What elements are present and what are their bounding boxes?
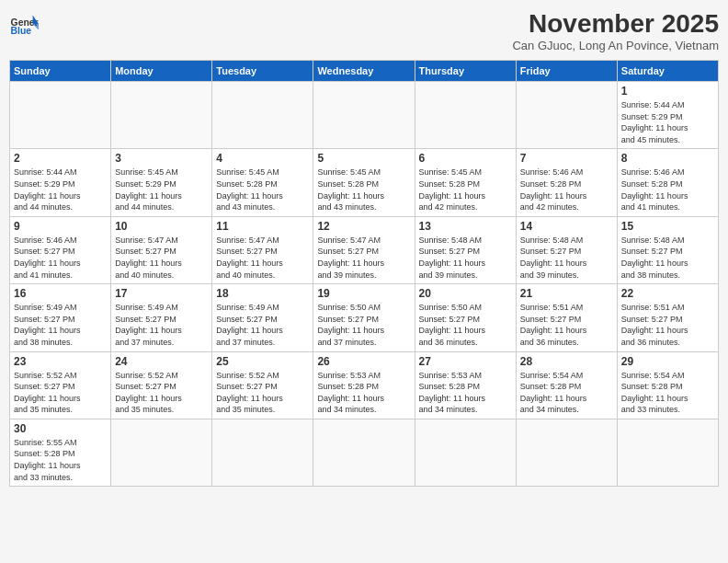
day-number: 14 [520,220,613,233]
day-info: Sunrise: 5:45 AM Sunset: 5:28 PM Dayligh… [419,167,512,213]
day-number: 4 [216,152,309,165]
day-number: 13 [419,220,512,233]
day-number: 11 [216,220,309,233]
day-number: 16 [14,287,107,300]
calendar-cell [212,419,313,486]
day-info: Sunrise: 5:48 AM Sunset: 5:27 PM Dayligh… [621,235,714,281]
day-info: Sunrise: 5:54 AM Sunset: 5:28 PM Dayligh… [520,370,613,416]
calendar-cell: 28Sunrise: 5:54 AM Sunset: 5:28 PM Dayli… [516,351,617,419]
calendar-cell: 3Sunrise: 5:45 AM Sunset: 5:29 PM Daylig… [111,149,212,216]
day-info: Sunrise: 5:47 AM Sunset: 5:27 PM Dayligh… [317,235,410,281]
day-number: 30 [14,422,107,435]
calendar-cell: 6Sunrise: 5:45 AM Sunset: 5:28 PM Daylig… [415,149,516,216]
calendar-cell: 10Sunrise: 5:47 AM Sunset: 5:27 PM Dayli… [111,216,212,283]
week-row-5: 23Sunrise: 5:52 AM Sunset: 5:27 PM Dayli… [10,351,719,419]
day-number: 7 [520,152,613,165]
day-info: Sunrise: 5:45 AM Sunset: 5:28 PM Dayligh… [317,167,410,213]
logo: General Blue [9,9,39,39]
calendar-cell: 11Sunrise: 5:47 AM Sunset: 5:27 PM Dayli… [212,216,313,283]
calendar-cell: 17Sunrise: 5:49 AM Sunset: 5:27 PM Dayli… [111,284,212,351]
day-info: Sunrise: 5:49 AM Sunset: 5:27 PM Dayligh… [115,302,208,348]
day-info: Sunrise: 5:45 AM Sunset: 5:29 PM Dayligh… [115,167,208,213]
calendar-cell: 20Sunrise: 5:50 AM Sunset: 5:27 PM Dayli… [415,284,516,351]
day-info: Sunrise: 5:47 AM Sunset: 5:27 PM Dayligh… [216,235,309,281]
day-info: Sunrise: 5:51 AM Sunset: 5:27 PM Dayligh… [621,302,714,348]
day-info: Sunrise: 5:46 AM Sunset: 5:28 PM Dayligh… [621,167,714,213]
day-number: 17 [115,287,208,300]
day-number: 6 [419,152,512,165]
day-info: Sunrise: 5:48 AM Sunset: 5:27 PM Dayligh… [520,235,613,281]
day-info: Sunrise: 5:45 AM Sunset: 5:28 PM Dayligh… [216,167,309,213]
calendar-cell: 8Sunrise: 5:46 AM Sunset: 5:28 PM Daylig… [617,149,718,216]
day-number: 12 [317,220,410,233]
calendar-cell: 27Sunrise: 5:53 AM Sunset: 5:28 PM Dayli… [415,351,516,419]
calendar-cell: 23Sunrise: 5:52 AM Sunset: 5:27 PM Dayli… [10,351,111,419]
day-info: Sunrise: 5:51 AM Sunset: 5:27 PM Dayligh… [520,302,613,348]
day-info: Sunrise: 5:50 AM Sunset: 5:27 PM Dayligh… [317,302,410,348]
title-block: November 2025 Can GJuoc, Long An Povince… [512,9,719,52]
day-info: Sunrise: 5:53 AM Sunset: 5:28 PM Dayligh… [419,370,512,416]
day-info: Sunrise: 5:52 AM Sunset: 5:27 PM Dayligh… [115,370,208,416]
weekday-header-tuesday: Tuesday [212,61,313,82]
subtitle: Can GJuoc, Long An Povince, Vietnam [512,39,719,52]
day-info: Sunrise: 5:53 AM Sunset: 5:28 PM Dayligh… [317,370,410,416]
day-number: 5 [317,152,410,165]
day-info: Sunrise: 5:46 AM Sunset: 5:28 PM Dayligh… [520,167,613,213]
day-number: 28 [520,355,613,368]
calendar-cell: 9Sunrise: 5:46 AM Sunset: 5:27 PM Daylig… [10,216,111,283]
day-number: 3 [115,152,208,165]
svg-text:Blue: Blue [11,26,32,36]
calendar-cell: 5Sunrise: 5:45 AM Sunset: 5:28 PM Daylig… [313,149,415,216]
day-info: Sunrise: 5:54 AM Sunset: 5:28 PM Dayligh… [621,370,714,416]
day-number: 23 [14,355,107,368]
day-number: 15 [621,220,714,233]
calendar-cell: 2Sunrise: 5:44 AM Sunset: 5:29 PM Daylig… [10,149,111,216]
calendar-cell: 18Sunrise: 5:49 AM Sunset: 5:27 PM Dayli… [212,284,313,351]
day-info: Sunrise: 5:46 AM Sunset: 5:27 PM Dayligh… [14,235,107,281]
weekday-header-sunday: Sunday [10,61,111,82]
week-row-6: 30Sunrise: 5:55 AM Sunset: 5:28 PM Dayli… [10,419,719,486]
calendar-cell: 1Sunrise: 5:44 AM Sunset: 5:29 PM Daylig… [617,82,718,149]
calendar-cell [313,82,415,149]
day-number: 2 [14,152,107,165]
day-number: 1 [621,85,714,98]
calendar-cell [212,82,313,149]
calendar-cell: 26Sunrise: 5:53 AM Sunset: 5:28 PM Dayli… [313,351,415,419]
day-number: 21 [520,287,613,300]
day-number: 20 [419,287,512,300]
page: General Blue November 2025 Can GJuoc, Lo… [0,0,728,563]
week-row-4: 16Sunrise: 5:49 AM Sunset: 5:27 PM Dayli… [10,284,719,351]
day-info: Sunrise: 5:49 AM Sunset: 5:27 PM Dayligh… [14,302,107,348]
calendar-cell: 4Sunrise: 5:45 AM Sunset: 5:28 PM Daylig… [212,149,313,216]
day-number: 25 [216,355,309,368]
day-number: 19 [317,287,410,300]
weekday-header-row: SundayMondayTuesdayWednesdayThursdayFrid… [10,61,719,82]
day-info: Sunrise: 5:44 AM Sunset: 5:29 PM Dayligh… [14,167,107,213]
calendar-cell [111,419,212,486]
day-number: 18 [216,287,309,300]
calendar-cell [516,419,617,486]
week-row-2: 2Sunrise: 5:44 AM Sunset: 5:29 PM Daylig… [10,149,719,216]
calendar-cell [516,82,617,149]
calendar-cell: 19Sunrise: 5:50 AM Sunset: 5:27 PM Dayli… [313,284,415,351]
week-row-3: 9Sunrise: 5:46 AM Sunset: 5:27 PM Daylig… [10,216,719,283]
day-number: 24 [115,355,208,368]
calendar-cell: 7Sunrise: 5:46 AM Sunset: 5:28 PM Daylig… [516,149,617,216]
calendar-cell: 21Sunrise: 5:51 AM Sunset: 5:27 PM Dayli… [516,284,617,351]
day-number: 8 [621,152,714,165]
week-row-1: 1Sunrise: 5:44 AM Sunset: 5:29 PM Daylig… [10,82,719,149]
day-number: 29 [621,355,714,368]
header: General Blue November 2025 Can GJuoc, Lo… [9,9,719,52]
calendar-table: SundayMondayTuesdayWednesdayThursdayFrid… [9,60,719,487]
calendar-cell: 30Sunrise: 5:55 AM Sunset: 5:28 PM Dayli… [10,419,111,486]
calendar-cell: 22Sunrise: 5:51 AM Sunset: 5:27 PM Dayli… [617,284,718,351]
calendar-cell: 16Sunrise: 5:49 AM Sunset: 5:27 PM Dayli… [10,284,111,351]
calendar-cell [617,419,718,486]
weekday-header-thursday: Thursday [415,61,516,82]
day-number: 10 [115,220,208,233]
calendar-cell [313,419,415,486]
calendar-cell: 12Sunrise: 5:47 AM Sunset: 5:27 PM Dayli… [313,216,415,283]
day-info: Sunrise: 5:48 AM Sunset: 5:27 PM Dayligh… [419,235,512,281]
calendar-cell [415,82,516,149]
logo-icon: General Blue [9,9,39,39]
